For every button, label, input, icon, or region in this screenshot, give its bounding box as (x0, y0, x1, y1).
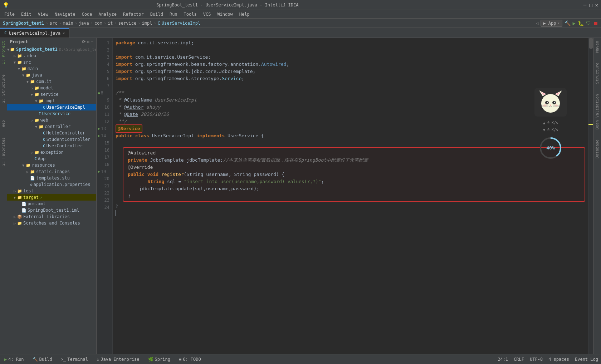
nav-file[interactable]: UserServiceImpl (162, 21, 200, 26)
tree-controller[interactable]: ▼ 📁 controller (7, 123, 96, 130)
tree-comit[interactable]: ▼ 📁 com.it (7, 78, 96, 85)
code-line-13: @Service (116, 125, 585, 132)
menu-item-file[interactable]: File (1, 11, 18, 18)
menu-item-tools[interactable]: Tools (181, 11, 200, 18)
structure-panel-label[interactable]: Structure (594, 61, 600, 85)
project-sidebar-label[interactable]: 1: Project (1, 41, 6, 64)
event-log[interactable]: Event Log (575, 357, 598, 362)
collapse-icon[interactable]: − (91, 39, 93, 44)
stop-icon[interactable]: ⏹ (593, 20, 598, 26)
menu-item-analyze[interactable]: Analyze (96, 11, 119, 18)
maximize-btn[interactable]: □ (589, 2, 592, 8)
tree-java[interactable]: ▼ 📁 java (7, 72, 96, 78)
nav-it[interactable]: it (108, 21, 113, 26)
tree-userservice[interactable]: I UserService (7, 110, 96, 117)
tab-userserviceimpl[interactable]: C UserServiceImpl.java ✕ (0, 28, 69, 38)
tree-extlibs[interactable]: ▷ 📦 External Libraries (7, 213, 96, 220)
tree-src[interactable]: ▼ 📁 src (7, 59, 96, 65)
sync-icon[interactable]: ⟳ (82, 39, 85, 44)
gear-icon[interactable]: ⚙ (87, 39, 89, 44)
debug-icon[interactable]: 🐛 (578, 20, 584, 26)
tree-scratches[interactable]: ▷ 📁 Scratches and Consoles (7, 220, 96, 226)
tree-studentcontroller[interactable]: C StudentController (7, 136, 96, 143)
spring-tab[interactable]: 🌿 Spring (147, 357, 172, 362)
nav-src[interactable]: src (50, 21, 58, 26)
tree-web[interactable]: ▷ 📁 web (7, 117, 96, 123)
terminal-tab[interactable]: >_ Terminal (59, 357, 89, 362)
nav-main[interactable]: main (63, 21, 73, 26)
menu-item-edit[interactable]: Edit (18, 11, 34, 18)
run-icon[interactable]: ▶ (573, 20, 576, 26)
code-line-18: @Override (128, 164, 580, 171)
coverage-icon[interactable]: 🛡 (586, 20, 591, 26)
menu-item-view[interactable]: View (35, 11, 51, 18)
tree-static[interactable]: ▷ 📁 static.images (7, 168, 96, 175)
nav-service[interactable]: service (118, 21, 137, 26)
tree-app[interactable]: C App (7, 156, 96, 162)
tree-target[interactable]: ▼ 📁 target ✓ (7, 194, 96, 201)
nav-com[interactable]: com (94, 21, 102, 26)
line-ending[interactable]: CRLF (514, 357, 524, 362)
maven-panel-label[interactable]: Maven (594, 39, 600, 54)
nav-java[interactable]: java (79, 21, 89, 26)
line19-run-icon[interactable]: ▶ (98, 168, 100, 175)
tree-appprops[interactable]: ⚙ application.properties (7, 181, 96, 188)
tree-pomxml[interactable]: 📄 pom.xml (7, 201, 96, 207)
menu-item-build[interactable]: Build (147, 11, 166, 18)
todo-tab[interactable]: ≡ 6: TODO (177, 357, 202, 362)
build-tab[interactable]: 🔨 Build (31, 357, 54, 362)
web-sidebar-label[interactable]: Web (1, 120, 6, 127)
java-enterprise-tab[interactable]: ☕ Java Enterprise (95, 357, 141, 362)
service-annotation-badge: @Service (116, 124, 142, 133)
tree-resources[interactable]: ▼ 📁 resources (7, 162, 96, 168)
tree-templates[interactable]: 📄 templates.stu (7, 175, 96, 181)
structure-sidebar-label[interactable]: 2: Structure (1, 74, 6, 103)
progress-widget: 40% (539, 137, 562, 159)
main-layout: 1: Project 2: Structure Web 2: Favorites… (0, 38, 601, 354)
menu-item-code[interactable]: Code (79, 11, 95, 18)
build-icon[interactable]: 🔨 (565, 20, 571, 26)
java-enterprise-icon: ☕ (97, 357, 99, 362)
favorites-sidebar-label[interactable]: 2: Favorites (1, 137, 6, 166)
tree-hellocontroller[interactable]: C HelloController (7, 130, 96, 136)
tree-test[interactable]: ▷ 📁 test (7, 188, 96, 194)
minimize-btn[interactable]: ─ (583, 2, 586, 8)
tree-exception[interactable]: ▷ 📁 exception (7, 149, 96, 156)
close-btn[interactable]: ✕ (595, 2, 598, 8)
menu-bar: FileEditViewNavigateCodeAnalyzeRefactorB… (0, 10, 601, 19)
menu-item-vcs[interactable]: VCS (200, 11, 214, 18)
toolbar-back[interactable]: ◁ (536, 21, 538, 26)
menu-item-window[interactable]: Window (214, 11, 235, 18)
code-editor[interactable]: 1 2 3 4 5 6 7 ●8 9 10 11 12 ▶13 ▶14 (97, 38, 593, 354)
menu-item-navigate[interactable]: Navigate (52, 11, 78, 18)
project-tab[interactable]: SpringBoot_test1 (3, 21, 44, 26)
cat-widget (534, 88, 567, 117)
code-line-22: } (128, 192, 580, 200)
nav-impl[interactable]: impl (142, 21, 152, 26)
tree-main[interactable]: ▼ 📁 main (7, 65, 96, 72)
line14-run-icon[interactable]: ▶ (98, 132, 100, 139)
tree-service[interactable]: ▼ 📁 service (7, 91, 96, 98)
tree-userserviceimpl[interactable]: C UserServiceImpl (7, 104, 96, 110)
code-content[interactable]: package com.it.service.impl; import com.… (113, 38, 588, 354)
encoding[interactable]: UTF-8 (530, 357, 543, 362)
indent-info[interactable]: 4 spaces (548, 357, 569, 362)
tree-usercontroller[interactable]: C UserController (7, 143, 96, 149)
run-tab[interactable]: ▶ 4: Run (3, 357, 25, 362)
menu-item-refactor[interactable]: Refactor (120, 11, 147, 18)
bean-validation-panel-label[interactable]: Bean Validation (594, 93, 600, 131)
code-line-15 (116, 139, 585, 147)
menu-item-run[interactable]: Run (167, 11, 180, 18)
right-scroll-gutter[interactable] (588, 38, 593, 354)
menu-item-help[interactable]: Help (236, 11, 253, 18)
tree-idea[interactable]: ▷ 📁 .idea (7, 53, 96, 59)
tab-close[interactable]: ✕ (63, 31, 65, 35)
tree-iml[interactable]: 📄 SpringBoot_test1.iml (7, 207, 96, 213)
tree-root[interactable]: ▼ 📁 SpringBoot_test1 D:\SpringBoot_test1 (7, 46, 96, 53)
database-panel-label[interactable]: Database (594, 138, 600, 160)
tree-impl[interactable]: ▼ 📁 impl (7, 98, 96, 104)
tree-model[interactable]: ▷ 📁 model (7, 85, 96, 91)
run-config-dropdown[interactable]: ▶ App ▾ (541, 20, 562, 27)
todo-tab-label: 6: TODO (183, 357, 201, 362)
line13-run-icon[interactable]: ▶ (98, 125, 100, 132)
